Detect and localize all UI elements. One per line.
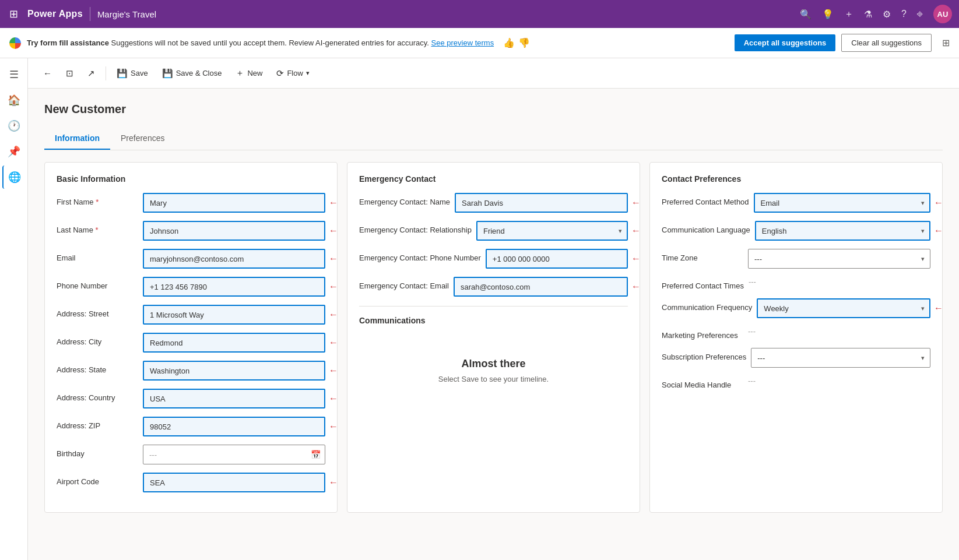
sidebar-globe-icon[interactable]: 🌐 [2,165,26,189]
emergency-title: Emergency Contact [359,174,628,184]
city-input[interactable] [143,333,325,353]
state-row: Address: State ← [57,361,325,381]
ai-arrow-indicator: ← [329,309,338,320]
avatar[interactable]: AU [933,5,952,23]
waffle-icon[interactable]: ⊞ [7,5,20,23]
ai-bar-description: Try form fill assistance Suggestions wil… [27,38,494,47]
sidebar-pin-icon[interactable]: 📌 [2,140,26,163]
sidebar-menu-icon[interactable]: ☰ [2,63,26,86]
frequency-select[interactable]: Weekly Daily Monthly [757,298,930,318]
save-close-icon: 💾 [162,68,173,79]
preferred-method-row: Preferred Contact Method Email Phone Mai… [662,193,930,213]
clear-all-button[interactable]: Clear all suggestions [841,34,932,52]
zip-field: ← [143,417,325,436]
street-field: ← [143,305,325,325]
emergency-phone-input[interactable] [486,249,628,269]
birthday-input[interactable] [143,445,325,464]
remote-icon[interactable]: ⎆ [917,9,923,19]
first-name-input[interactable] [143,193,325,213]
marketing-row: Marketing Preferences --- [662,326,930,340]
social-field: --- [748,376,930,385]
social-value: --- [748,372,756,385]
airport-field: ← [143,473,325,492]
ai-arrow-indicator: ← [934,198,943,208]
emergency-email-input[interactable] [454,277,628,297]
frequency-label: Communication Frequency [662,298,752,312]
ai-arrow-indicator: ← [329,393,338,404]
forward-button[interactable]: ↗ [82,65,101,82]
city-field: ← [143,333,325,353]
basic-info-title: Basic Information [57,174,325,184]
emergency-name-input[interactable] [455,193,628,213]
save-close-button[interactable]: 💾 Save & Close [156,65,228,82]
street-input[interactable] [143,305,325,325]
new-icon: ＋ [236,68,244,79]
bulb-icon[interactable]: 💡 [822,9,834,20]
restore-button[interactable]: ⊡ [60,65,79,82]
last-name-row: Last Name * ← [57,221,325,241]
emergency-phone-row: Emergency Contact: Phone Number ← [359,249,628,269]
language-select[interactable]: English Spanish French [755,221,930,241]
street-label: Address: Street [57,305,138,318]
forward-icon: ↗ [87,68,95,79]
tab-preferences[interactable]: Preferences [110,128,175,150]
first-name-row: First Name * ← [57,193,325,213]
communications-title: Communications [359,316,628,325]
sidebar-recent-icon[interactable]: 🕐 [2,114,26,138]
settings-icon[interactable]: ⚙ [883,9,891,20]
sidebar-home-icon[interactable]: 🏠 [2,89,26,112]
preferred-method-select[interactable]: Email Phone Mail [754,193,930,213]
page-content: New Customer Information Preferences Bas… [28,89,959,527]
airport-input[interactable] [143,473,325,492]
birthday-field: 📅 [143,445,325,464]
ai-arrow-indicator: ← [329,281,338,292]
last-name-field: ← [143,221,325,241]
ai-arrow-indicator: ← [329,421,338,432]
timezone-row: Time Zone --- ▾ [662,249,930,269]
country-input[interactable] [143,389,325,408]
ai-feedback-buttons: 👍 👎 [503,37,530,48]
flow-button[interactable]: ⟳ Flow ▾ [271,65,315,82]
timezone-select[interactable]: --- [748,249,930,269]
search-icon[interactable]: 🔍 [800,9,812,20]
back-icon: ← [43,68,52,78]
flow-icon: ⟳ [276,68,284,79]
emergency-relationship-label: Emergency Contact: Relationship [359,221,472,234]
subscription-select[interactable]: --- [751,348,930,368]
phone-input[interactable] [143,277,325,297]
airport-label: Airport Code [57,473,138,486]
tab-information[interactable]: Information [44,128,110,150]
emergency-name-field: ← [455,193,628,213]
filter-icon[interactable]: ⚗ [864,9,872,20]
back-button[interactable]: ← [37,65,58,82]
city-row: Address: City ← [57,333,325,353]
last-name-label: Last Name * [57,221,138,234]
accept-all-button[interactable]: Accept all suggestions [735,34,836,51]
first-name-label: First Name * [57,193,138,206]
subscription-row: Subscription Preferences --- ▾ [662,348,930,368]
thumbs-down-icon[interactable]: 👎 [518,37,530,48]
flow-chevron-icon: ▾ [306,69,310,77]
help-icon[interactable]: ? [901,9,907,19]
email-input[interactable] [143,249,325,269]
country-row: Address: Country ← [57,389,325,408]
almost-there-section: Almost there Select Save to see your tim… [359,334,628,407]
calendar-icon: 📅 [311,450,321,459]
add-icon[interactable]: ＋ [844,8,853,20]
language-label: Communication Language [662,221,750,234]
ai-arrow-indicator: ← [631,226,641,236]
emergency-name-row: Emergency Contact: Name ← [359,193,628,213]
birthday-label: Birthday [57,445,138,458]
expand-icon[interactable]: ⊞ [942,37,950,48]
topbar-icons: 🔍 💡 ＋ ⚗ ⚙ ? ⎆ AU [800,5,952,23]
new-button[interactable]: ＋ New [230,64,268,82]
state-input[interactable] [143,361,325,381]
save-button[interactable]: 💾 Save [111,65,154,82]
ai-arrow-indicator: ← [329,226,338,236]
zip-input[interactable] [143,417,325,436]
thumbs-up-icon[interactable]: 👍 [503,37,515,48]
last-name-input[interactable] [143,221,325,241]
airport-row: Airport Code ← [57,473,325,492]
preview-terms-link[interactable]: See preview terms [431,38,494,47]
emergency-relationship-select[interactable]: Friend Family Colleague [476,221,628,241]
